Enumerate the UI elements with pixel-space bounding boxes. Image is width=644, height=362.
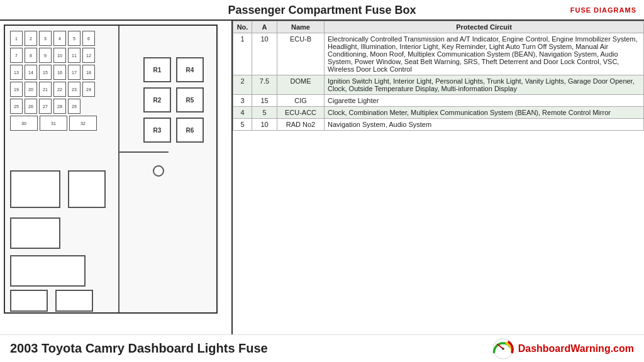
relay-r3: R3 (143, 118, 171, 143)
fuse-8: 8 (25, 48, 37, 63)
table-row: 4 5 ECU-ACC Clock, Combination Meter, Mu… (233, 107, 644, 119)
relay-r6: R6 (176, 118, 204, 143)
fuse-30: 30 (10, 116, 38, 131)
fuse-22: 22 (53, 82, 66, 97)
page-title: Passenger Compartment Fuse Box (228, 4, 416, 16)
table-row: 1 10 ECU-B Electronically Controlled Tra… (233, 33, 644, 75)
fuse-table: No. A Name Protected Circuit 1 10 ECU-B … (233, 21, 644, 131)
fuse-4: 4 (53, 31, 66, 46)
svg-point-2 (502, 348, 504, 350)
large-box-5 (10, 290, 48, 312)
cell-desc: Navigation System, Audio System (325, 119, 644, 131)
fuse-20: 20 (25, 82, 37, 97)
h-line-1 (118, 151, 169, 153)
col-header-num: No. (233, 21, 252, 33)
relay-r1: R1 (143, 57, 171, 82)
fuse-28: 28 (53, 99, 66, 114)
table-row: 2 7.5 DOME Ignition Switch Light, Interi… (233, 75, 644, 95)
fuse-diagram: 1 2 3 4 5 6 7 8 9 10 11 12 (4, 25, 218, 314)
page-header: Passenger Compartment Fuse Box FUSE DIAG… (0, 0, 644, 21)
fuse-5: 5 (68, 31, 80, 46)
col-header-amp: A (252, 21, 277, 33)
cell-name: CIG (277, 95, 325, 107)
footer-brand-text: DashboardWarning.com (518, 343, 634, 354)
brand-logo: FUSE DIAGRAMS (570, 6, 636, 14)
relay-pair-1: R1 R4 (143, 57, 204, 82)
vertical-divider (118, 26, 119, 312)
cell-desc: Cigarette Lighter (325, 95, 644, 107)
fuse-3: 3 (39, 31, 52, 46)
col-header-name: Name (277, 21, 325, 33)
large-box-1 (10, 170, 60, 208)
fuse-grid: 1 2 3 4 5 6 7 8 9 10 11 12 (10, 31, 97, 133)
table-row: 3 15 CIG Cigarette Lighter (233, 95, 644, 107)
cell-name: ECU-B (277, 33, 325, 75)
fuse-32: 32 (69, 116, 97, 131)
relay-r2: R2 (143, 87, 171, 112)
connector-circle (153, 165, 164, 177)
fuse-15: 15 (39, 65, 52, 80)
brand-tld: .com (611, 343, 634, 354)
brand-name: DashboardWarning (518, 343, 611, 354)
cell-name: RAD No2 (277, 119, 325, 131)
cell-desc: Electronically Controlled Transmission a… (325, 33, 644, 75)
fuse-12: 12 (82, 48, 95, 63)
fuse-9: 9 (39, 48, 52, 63)
relay-pair-3: R3 R6 (143, 118, 204, 143)
relay-r4: R4 (176, 57, 204, 82)
relay-r5: R5 (176, 87, 204, 112)
main-content: 1 2 3 4 5 6 7 8 9 10 11 12 (0, 21, 644, 340)
fuse-25: 25 (10, 99, 23, 114)
fuse-17: 17 (68, 65, 80, 80)
gauge-icon (492, 337, 514, 360)
cell-name: DOME (277, 75, 325, 95)
fuse-11: 11 (68, 48, 80, 63)
cell-amp: 15 (252, 95, 277, 107)
fuse-26: 26 (25, 99, 37, 114)
cell-num: 4 (233, 107, 252, 119)
relay-pair-2: R2 R5 (143, 87, 204, 112)
cell-desc: Ignition Switch Light, Interior Light, P… (325, 75, 644, 95)
cell-amp: 10 (252, 33, 277, 75)
fuse-23: 23 (68, 82, 80, 97)
fuse-24: 24 (82, 82, 95, 97)
diagram-area: 1 2 3 4 5 6 7 8 9 10 11 12 (0, 21, 233, 340)
large-box-2 (68, 170, 106, 208)
fuse-14: 14 (25, 65, 37, 80)
cell-name: ECU-ACC (277, 107, 325, 119)
table-row: 5 10 RAD No2 Navigation System, Audio Sy… (233, 119, 644, 131)
relay-section: R1 R4 R2 R5 R3 R6 (143, 57, 204, 143)
cell-amp: 7.5 (252, 75, 277, 95)
large-box-4 (10, 255, 86, 287)
cell-amp: 10 (252, 119, 277, 131)
fuse-27: 27 (39, 99, 52, 114)
fuse-10: 10 (53, 48, 66, 63)
fuse-21: 21 (39, 82, 52, 97)
footer-title: 2003 Toyota Camry Dashboard Lights Fuse (10, 341, 268, 356)
large-box-3 (10, 217, 60, 249)
cell-amp: 5 (252, 107, 277, 119)
cell-desc: Clock, Combination Meter, Multiplex Comm… (325, 107, 644, 119)
large-box-6 (55, 290, 93, 312)
fuse-1: 1 (10, 31, 23, 46)
fuse-2: 2 (25, 31, 37, 46)
fuse-31: 31 (40, 116, 67, 131)
fuse-18: 18 (82, 65, 95, 80)
fuse-16: 16 (53, 65, 66, 80)
table-area: No. A Name Protected Circuit 1 10 ECU-B … (233, 21, 644, 340)
fuse-19: 19 (10, 82, 23, 97)
col-header-desc: Protected Circuit (325, 21, 644, 33)
fuse-13: 13 (10, 65, 23, 80)
cell-num: 1 (233, 33, 252, 75)
footer: 2003 Toyota Camry Dashboard Lights Fuse … (0, 334, 644, 362)
fuse-29: 29 (68, 99, 80, 114)
fuse-7: 7 (10, 48, 23, 63)
cell-num: 2 (233, 75, 252, 95)
footer-brand: DashboardWarning.com (492, 337, 634, 360)
cell-num: 5 (233, 119, 252, 131)
cell-num: 3 (233, 95, 252, 107)
fuse-6: 6 (82, 31, 95, 46)
